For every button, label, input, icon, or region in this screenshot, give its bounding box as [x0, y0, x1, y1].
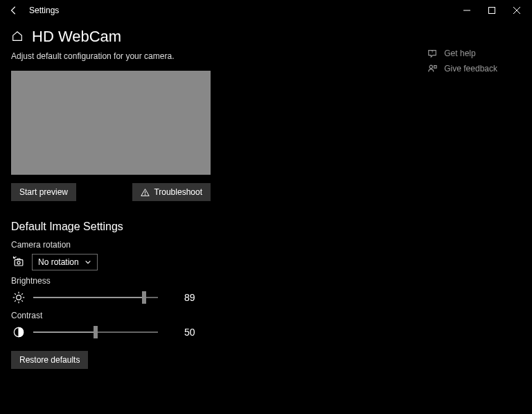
close-button[interactable]	[504, 0, 529, 21]
feedback-icon	[427, 64, 437, 74]
rotation-label: Camera rotation	[11, 240, 521, 250]
contrast-slider[interactable]	[33, 325, 158, 339]
svg-line-13	[15, 293, 16, 295]
minimize-button[interactable]	[454, 0, 479, 21]
restore-defaults-label: Restore defaults	[19, 355, 80, 365]
slider-thumb[interactable]	[142, 291, 146, 304]
help-links: ? Get help Give feedback	[427, 49, 497, 74]
svg-text:?: ?	[432, 50, 434, 54]
svg-line-15	[15, 300, 16, 302]
section-heading: Default Image Settings	[11, 221, 521, 233]
svg-rect-6	[15, 260, 23, 266]
slider-thumb[interactable]	[94, 326, 98, 338]
window-controls	[454, 0, 529, 21]
svg-point-8	[17, 295, 21, 300]
brightness-slider[interactable]	[33, 291, 158, 304]
brightness-value: 89	[184, 292, 195, 303]
brightness-icon	[11, 290, 26, 305]
maximize-button[interactable]	[479, 0, 504, 21]
camera-preview	[11, 71, 211, 175]
restore-defaults-button[interactable]: Restore defaults	[11, 351, 88, 369]
contrast-icon	[11, 325, 26, 340]
svg-point-5	[145, 194, 145, 195]
troubleshoot-button[interactable]: Troubleshoot	[132, 183, 211, 201]
rotation-selected: No rotation	[38, 257, 79, 267]
help-icon: ?	[427, 49, 437, 58]
back-button[interactable]	[3, 0, 25, 21]
home-icon[interactable]	[11, 30, 24, 44]
troubleshoot-label: Troubleshoot	[154, 187, 202, 197]
give-feedback-label: Give feedback	[444, 64, 497, 74]
window-title: Settings	[29, 6, 59, 15]
arrow-left-icon	[9, 6, 19, 15]
svg-line-14	[21, 300, 23, 302]
svg-rect-1	[489, 8, 495, 14]
get-help-link[interactable]: ? Get help	[427, 49, 497, 58]
warning-icon	[141, 188, 150, 197]
start-preview-label: Start preview	[19, 187, 68, 197]
camera-rotate-icon	[11, 255, 26, 270]
minimize-icon	[463, 7, 470, 14]
svg-point-19	[429, 65, 432, 68]
close-icon	[513, 7, 520, 14]
rotation-select[interactable]: No rotation	[32, 254, 98, 270]
contrast-value: 50	[184, 327, 195, 338]
page-header: HD WebCam	[0, 21, 532, 51]
chevron-down-icon	[85, 259, 91, 266]
titlebar: Settings	[0, 0, 532, 21]
svg-point-7	[17, 261, 20, 264]
svg-line-16	[21, 293, 23, 295]
brightness-label: Brightness	[11, 276, 521, 286]
contrast-label: Contrast	[11, 311, 521, 320]
start-preview-button[interactable]: Start preview	[11, 183, 76, 201]
get-help-label: Get help	[444, 49, 475, 58]
give-feedback-link[interactable]: Give feedback	[427, 64, 497, 74]
page-title: HD WebCam	[32, 28, 121, 46]
maximize-icon	[488, 7, 495, 14]
